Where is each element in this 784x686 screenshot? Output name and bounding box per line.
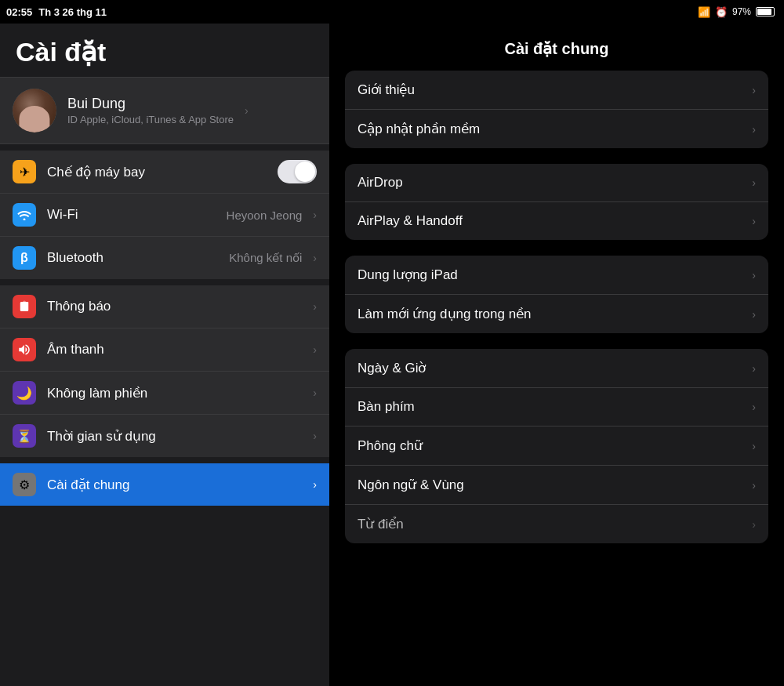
wifi-status-icon: 📶 xyxy=(698,6,710,18)
date-display: Th 3 26 thg 11 xyxy=(38,6,107,18)
right-item-keyboard[interactable]: Bàn phím › xyxy=(345,388,768,426)
bluetooth-chevron: › xyxy=(313,252,317,264)
right-item-about[interactable]: Giới thiệu › xyxy=(345,71,768,110)
airdrop-chevron: › xyxy=(752,176,756,189)
right-panel-title: Cài đặt chung xyxy=(345,24,768,71)
right-group-2: AirDrop › AirPlay & Handoff › xyxy=(345,164,768,240)
avatar xyxy=(13,89,56,132)
sidebar-item-airplane[interactable]: ✈ Chế độ máy bay xyxy=(0,151,329,194)
settings-group-3: ⚙ Cài đặt chung › xyxy=(0,463,329,506)
right-item-airdrop[interactable]: AirDrop › xyxy=(345,164,768,202)
sidebar-item-sounds[interactable]: Âm thanh › xyxy=(0,328,329,372)
sidebar: Cài đặt Bui Dung ID Apple, iCloud, iTune… xyxy=(0,24,329,686)
right-item-software-update[interactable]: Cập nhật phần mềm › xyxy=(345,110,768,148)
background-refresh-chevron: › xyxy=(752,308,756,321)
general-label: Cài đặt chung xyxy=(47,477,302,493)
dnd-icon: 🌙 xyxy=(13,381,36,405)
notifications-chevron: › xyxy=(313,300,317,313)
language-chevron: › xyxy=(752,479,756,492)
right-group-4: Ngày & Giờ › Bàn phím › Phông chữ › Ngôn… xyxy=(345,349,768,543)
battery-icon xyxy=(756,7,775,16)
datetime-chevron: › xyxy=(752,362,756,375)
settings-list: ✈ Chế độ máy bay Wi-Fi H xyxy=(0,151,329,686)
screentime-label: Thời gian sử dụng xyxy=(47,428,302,445)
general-chevron: › xyxy=(313,478,317,491)
profile-sub: ID Apple, iCloud, iTunes & App Store xyxy=(67,114,234,125)
sidebar-item-wifi[interactable]: Wi-Fi Heyoon Jeong › xyxy=(0,194,329,237)
notifications-label: Thông báo xyxy=(47,299,302,314)
right-item-dictionary[interactable]: Từ điển › xyxy=(345,505,768,543)
sidebar-item-general[interactable]: ⚙ Cài đặt chung › xyxy=(0,463,329,506)
airplay-chevron: › xyxy=(752,215,756,227)
wifi-chevron: › xyxy=(313,209,317,221)
dictionary-chevron: › xyxy=(752,518,756,531)
sounds-icon xyxy=(13,338,36,361)
dnd-chevron: › xyxy=(313,387,317,399)
about-chevron: › xyxy=(752,84,756,96)
right-item-airplay[interactable]: AirPlay & Handoff › xyxy=(345,202,768,240)
airplane-toggle[interactable] xyxy=(278,160,317,183)
wifi-label: Wi-Fi xyxy=(47,207,216,223)
sidebar-item-notifications[interactable]: Thông báo › xyxy=(0,285,329,328)
ipad-storage-chevron: › xyxy=(752,269,756,281)
profile-chevron: › xyxy=(245,104,249,117)
sounds-label: Âm thanh xyxy=(47,342,302,358)
airplay-label: AirPlay & Handoff xyxy=(358,213,752,229)
toggle-thumb xyxy=(295,162,315,182)
bluetooth-label: Bluetooth xyxy=(47,250,218,266)
airplane-label: Chế độ máy bay xyxy=(47,164,267,180)
sounds-chevron: › xyxy=(313,343,317,356)
wifi-value: Heyoon Jeong xyxy=(227,209,303,222)
language-label: Ngôn ngữ & Vùng xyxy=(358,477,752,493)
status-bar: 02:55 Th 3 26 thg 11 📶 ⏰ 97% xyxy=(0,0,784,24)
wifi-icon xyxy=(13,203,36,227)
right-group-1: Giới thiệu › Cập nhật phần mềm › xyxy=(345,71,768,148)
screentime-icon: ⏳ xyxy=(13,424,36,448)
status-bar-left: 02:55 Th 3 26 thg 11 xyxy=(6,6,107,18)
battery-percentage: 97% xyxy=(732,6,751,17)
background-refresh-label: Làm mới ứng dụng trong nền xyxy=(358,306,752,322)
sidebar-item-dnd[interactable]: 🌙 Không làm phiền › xyxy=(0,372,329,415)
settings-group-1: ✈ Chế độ máy bay Wi-Fi H xyxy=(0,151,329,279)
bluetooth-icon: β xyxy=(13,246,36,270)
software-update-label: Cập nhật phần mềm xyxy=(358,121,752,137)
time-display: 02:55 xyxy=(6,6,32,18)
dictionary-label: Từ điển xyxy=(358,516,752,532)
right-item-background-refresh[interactable]: Làm mới ứng dụng trong nền › xyxy=(345,295,768,333)
main-content: Cài đặt Bui Dung ID Apple, iCloud, iTune… xyxy=(0,24,784,686)
profile-name: Bui Dung xyxy=(67,96,234,112)
keyboard-label: Bàn phím xyxy=(358,399,752,415)
notifications-icon xyxy=(13,295,36,318)
right-group-3: Dung lượng iPad › Làm mới ứng dụng trong… xyxy=(345,256,768,333)
sidebar-item-screentime[interactable]: ⏳ Thời gian sử dụng › xyxy=(0,415,329,457)
bluetooth-value: Không kết nối xyxy=(229,251,302,265)
general-icon: ⚙ xyxy=(13,473,36,496)
datetime-label: Ngày & Giờ xyxy=(358,360,752,376)
airdrop-label: AirDrop xyxy=(358,175,752,191)
screentime-chevron: › xyxy=(313,430,317,442)
battery-fill xyxy=(757,9,771,15)
status-bar-right: 📶 ⏰ 97% xyxy=(698,6,775,18)
ipad-storage-label: Dung lượng iPad xyxy=(358,267,752,283)
dnd-label: Không làm phiền xyxy=(47,385,302,401)
sidebar-title: Cài đặt xyxy=(0,24,329,77)
profile-section[interactable]: Bui Dung ID Apple, iCloud, iTunes & App … xyxy=(0,77,329,144)
profile-info: Bui Dung ID Apple, iCloud, iTunes & App … xyxy=(67,96,234,125)
right-item-datetime[interactable]: Ngày & Giờ › xyxy=(345,349,768,388)
sidebar-item-bluetooth[interactable]: β Bluetooth Không kết nối › xyxy=(0,237,329,279)
keyboard-chevron: › xyxy=(752,401,756,413)
alarm-icon: ⏰ xyxy=(715,6,728,18)
about-label: Giới thiệu xyxy=(358,82,752,98)
right-item-language[interactable]: Ngôn ngữ & Vùng › xyxy=(345,466,768,505)
software-update-chevron: › xyxy=(752,123,756,136)
airplane-icon: ✈ xyxy=(13,160,36,183)
fonts-label: Phông chữ xyxy=(358,437,752,454)
right-item-fonts[interactable]: Phông chữ › xyxy=(345,426,768,466)
right-panel: Cài đặt chung Giới thiệu › Cập nhật phần… xyxy=(329,24,784,686)
settings-group-2: Thông báo › Âm thanh › 🌙 Không làm xyxy=(0,285,329,457)
fonts-chevron: › xyxy=(752,440,756,452)
right-item-ipad-storage[interactable]: Dung lượng iPad › xyxy=(345,256,768,295)
